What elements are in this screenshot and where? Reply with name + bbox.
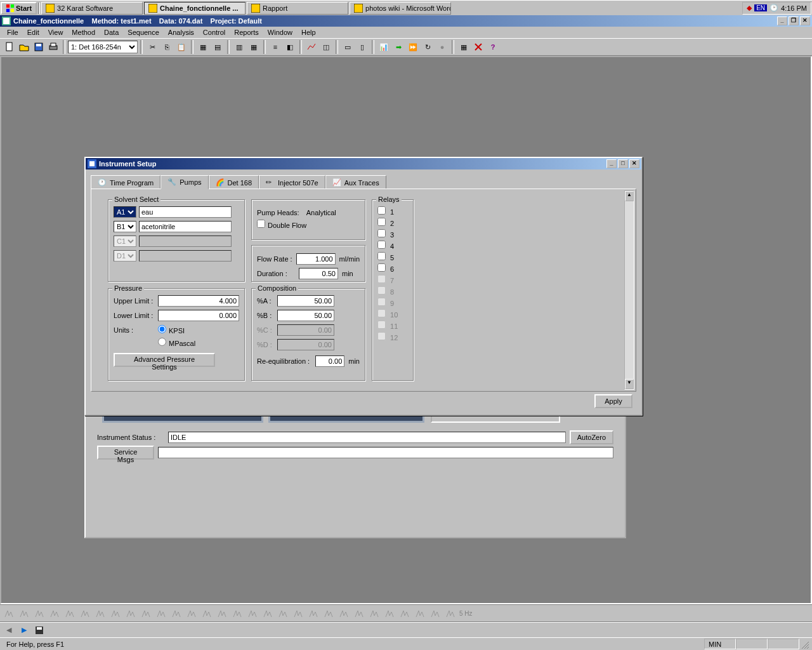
menu-file[interactable]: File: [3, 27, 23, 37]
tab-det-168[interactable]: 🌈Det 168: [209, 175, 259, 189]
close-button[interactable]: ✕: [800, 17, 810, 25]
peak-tool-icon[interactable]: [368, 607, 381, 620]
solvent-name-input[interactable]: [139, 206, 232, 218]
menu-analysis[interactable]: Analysis: [164, 27, 199, 37]
peak-tool-icon[interactable]: [429, 607, 442, 620]
scroll-down-icon[interactable]: ▼: [625, 379, 634, 389]
prev-icon[interactable]: ◀: [3, 624, 15, 637]
tab-injector-507e[interactable]: ✏Injector 507e: [259, 175, 325, 189]
relay-checkbox-3[interactable]: 3: [377, 229, 394, 239]
menu-sequence[interactable]: Sequence: [123, 27, 164, 37]
peak-tool-icon[interactable]: [33, 607, 46, 620]
peak-tool-icon[interactable]: [79, 607, 91, 620]
copy-icon[interactable]: ⎘: [160, 40, 174, 54]
toolbar-icon[interactable]: 📊: [377, 40, 391, 54]
toolbar-icon[interactable]: ▦: [196, 40, 210, 54]
taskbar-app-button[interactable]: Rapport: [247, 2, 348, 15]
toolbar-icon[interactable]: [471, 40, 485, 54]
scroll-up-icon[interactable]: ▲: [625, 191, 634, 201]
relay-checkbox-6[interactable]: 6: [377, 263, 394, 273]
resize-grip-icon[interactable]: [799, 639, 809, 649]
units-mpascal-radio[interactable]: MPascal: [158, 338, 195, 347]
solvent-channel-select[interactable]: A1: [114, 206, 136, 218]
peak-tool-icon[interactable]: [124, 607, 137, 620]
autozero-button[interactable]: AutoZero: [570, 430, 613, 444]
cut-icon[interactable]: ✂: [145, 40, 159, 54]
start-button[interactable]: Start: [1, 2, 37, 15]
peak-tool-icon[interactable]: [353, 607, 365, 620]
tab-pumps[interactable]: 🔧Pumps: [160, 175, 208, 189]
toolbar-icon[interactable]: ◫: [319, 40, 333, 54]
tab-aux-traces[interactable]: 📈Aux Traces: [325, 175, 386, 189]
open-icon[interactable]: [17, 40, 31, 54]
save-icon[interactable]: [32, 40, 46, 54]
peak-tool-icon[interactable]: [322, 607, 335, 620]
flow-rate-input[interactable]: [296, 253, 336, 265]
peak-tool-icon[interactable]: [185, 607, 198, 620]
toolbar-icon[interactable]: ▯: [355, 40, 369, 54]
help-icon[interactable]: ?: [486, 40, 500, 54]
service-msgs-button[interactable]: Service Msgs: [97, 446, 154, 460]
menu-window[interactable]: Window: [263, 27, 297, 37]
menu-edit[interactable]: Edit: [23, 27, 44, 37]
solvent-name-input[interactable]: [139, 221, 232, 232]
chart-icon[interactable]: [304, 40, 318, 54]
peak-tool-icon[interactable]: [94, 607, 107, 620]
toolbar-icon[interactable]: ▥: [232, 40, 246, 54]
peak-tool-icon[interactable]: [63, 607, 76, 620]
restore-button[interactable]: ❐: [789, 17, 799, 25]
peak-tool-icon[interactable]: [140, 607, 152, 620]
upper-limit-input[interactable]: [158, 295, 239, 307]
minimize-button[interactable]: _: [777, 17, 787, 25]
toolbar-icon[interactable]: ▦: [457, 40, 471, 54]
peak-tool-icon[interactable]: [246, 607, 259, 620]
paste-icon[interactable]: 📋: [174, 40, 188, 54]
save-icon[interactable]: [33, 624, 46, 637]
pct-a-input[interactable]: [277, 295, 334, 307]
peak-tool-icon[interactable]: [414, 607, 426, 620]
dialog-titlebar[interactable]: Instrument Setup _ □ ✕: [86, 158, 641, 169]
new-icon[interactable]: [3, 40, 16, 54]
peak-tool-icon[interactable]: [292, 607, 304, 620]
taskbar-app-button[interactable]: Chaine_fonctionnelle ...: [144, 2, 246, 15]
relay-checkbox-4[interactable]: 4: [377, 241, 394, 250]
toolbar-icon[interactable]: ▤: [211, 40, 225, 54]
taskbar-app-button[interactable]: photos wiki - Microsoft Word: [350, 2, 451, 15]
toolbar-icon[interactable]: ◧: [283, 40, 297, 54]
peak-tool-icon[interactable]: [383, 607, 396, 620]
print-icon[interactable]: [46, 40, 60, 54]
peak-tool-icon[interactable]: [307, 607, 320, 620]
vertical-scrollbar[interactable]: ▲ ▼: [624, 190, 634, 390]
peak-tool-icon[interactable]: [200, 607, 213, 620]
dialog-close-button[interactable]: ✕: [629, 159, 639, 168]
dialog-maximize-button[interactable]: □: [618, 159, 628, 168]
peak-tool-icon[interactable]: [109, 607, 122, 620]
tab-time-program[interactable]: 🕐Time Program: [91, 175, 160, 189]
solvent-channel-select[interactable]: B1: [114, 221, 136, 232]
reequil-input[interactable]: [315, 355, 344, 367]
apply-button[interactable]: Apply: [594, 394, 632, 408]
pct-b-input[interactable]: [277, 310, 334, 321]
peak-tool-icon[interactable]: [231, 607, 244, 620]
menu-data[interactable]: Data: [100, 27, 123, 37]
lower-limit-input[interactable]: [158, 310, 239, 321]
peak-tool-icon[interactable]: [444, 607, 457, 620]
peak-tool-icon[interactable]: [277, 607, 289, 620]
toolbar-icon[interactable]: ≡: [268, 40, 282, 54]
taskbar-app-button[interactable]: 32 Karat Software: [41, 2, 143, 15]
fast-icon[interactable]: ⏩: [406, 40, 420, 54]
toolbar-icon[interactable]: ▭: [341, 40, 355, 54]
detector-select[interactable]: 1: Det 168-254n: [68, 41, 138, 53]
menu-view[interactable]: View: [44, 27, 68, 37]
tray-icon[interactable]: ◆: [747, 4, 752, 12]
advanced-pressure-button[interactable]: Advanced Pressure Settings: [114, 353, 215, 367]
peak-tool-icon[interactable]: [216, 607, 228, 620]
peak-tool-icon[interactable]: [48, 607, 61, 620]
relay-checkbox-2[interactable]: 2: [377, 218, 394, 227]
peak-tool-icon[interactable]: [3, 607, 15, 620]
play-icon[interactable]: ▶: [18, 624, 30, 637]
double-flow-checkbox[interactable]: Double Flow: [257, 220, 306, 229]
relay-checkbox-1[interactable]: 1: [377, 206, 394, 216]
menu-method[interactable]: Method: [67, 27, 100, 37]
menu-control[interactable]: Control: [199, 27, 230, 37]
